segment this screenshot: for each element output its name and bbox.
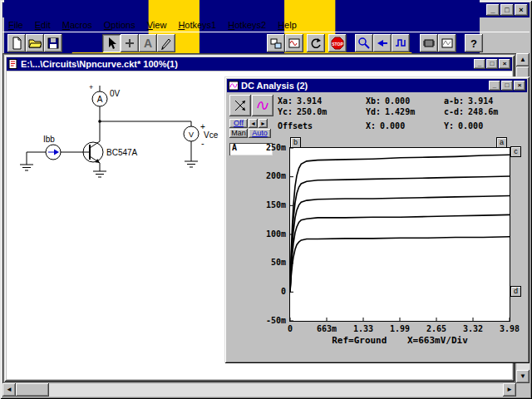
menu-item-hotkeys1[interactable]: Hotkeys1 [172, 19, 222, 31]
readout-yc: Yc:250.0m [278, 107, 327, 116]
close-button[interactable]: × [515, 4, 528, 16]
app-titlebar[interactable]: CircuitMaker _ □ × [2, 2, 530, 17]
plot-xdiv-label: X=663mV/Div [407, 335, 468, 346]
plot-reference-label: Ref=Ground [332, 335, 387, 346]
menu-item-view[interactable]: View [141, 19, 173, 31]
help-icon: ? [467, 37, 480, 50]
cursor-marker-c[interactable]: c [510, 146, 521, 157]
schematic-titlebar[interactable]: E:\...\Circuits\Npncurve.ckt* 100%(1) _ … [7, 57, 512, 71]
plot-curves-svg [290, 148, 510, 321]
offset-y-label: Y: [444, 121, 454, 131]
open-button[interactable] [26, 34, 44, 52]
run-analysis-button[interactable] [373, 34, 392, 52]
transistor-component[interactable]: BC547A [83, 141, 138, 163]
new-document-icon [10, 37, 23, 50]
scroll-left-button[interactable]: ◄ [2, 383, 16, 397]
cursor-arrows-icon [233, 98, 248, 113]
arrow-tool-button[interactable] [102, 34, 121, 52]
save-button[interactable] [44, 34, 62, 52]
readout-xa: Xa:3.914 [278, 96, 322, 106]
run-probe-icon [376, 37, 389, 50]
pen-tool-button[interactable] [157, 34, 175, 52]
vce-symbol: V [189, 131, 194, 139]
schematic-close-button[interactable]: × [499, 59, 510, 69]
cursor-left-button[interactable]: ◄ [249, 119, 258, 128]
cursor-marker-a[interactable]: a [496, 137, 507, 148]
readout-xb-value: 0.000 [385, 96, 410, 106]
man-button[interactable]: Man [229, 129, 248, 138]
scope-button[interactable] [438, 34, 456, 52]
cursor-right-button[interactable]: ► [259, 119, 268, 128]
trace-style-button[interactable] [252, 95, 273, 116]
scroll-up-button[interactable]: ▲ [516, 53, 530, 66]
maximize-button[interactable]: □ [500, 4, 514, 16]
offsets-label: Offsets [278, 121, 313, 131]
ground-symbol[interactable] [185, 161, 198, 167]
menu-item-hotkeys2[interactable]: Hotkeys2 [222, 19, 272, 31]
offset-x-value: 0.000 [380, 121, 405, 131]
transistor-label: BC547A [106, 148, 138, 157]
menu-item-edit[interactable]: Edit [29, 19, 57, 31]
probe-tool-button[interactable] [355, 34, 373, 52]
waveform-icon [229, 81, 239, 91]
x-tick-label: 2.65 [418, 324, 455, 333]
off-button[interactable]: Off [229, 119, 248, 128]
menu-item-options[interactable]: Options [98, 19, 141, 31]
menu-item-help[interactable]: Help [272, 19, 303, 31]
auto-button[interactable]: Auto [249, 129, 271, 138]
text-tool-button[interactable]: A [139, 34, 157, 52]
minimize-button[interactable]: _ [486, 4, 500, 16]
x-tick-label: 1.33 [345, 324, 382, 333]
dc-close-button[interactable]: × [514, 81, 525, 91]
document-icon [8, 59, 18, 69]
svg-text:STOP: STOP [332, 42, 343, 47]
schematic-maximize-button[interactable]: □ [486, 59, 498, 69]
vce-label: Vce [204, 131, 219, 140]
menu-item-macros[interactable]: Macros [57, 19, 98, 31]
ammeter-symbol: A [97, 95, 103, 104]
ground-symbol[interactable] [20, 165, 33, 170]
cursor-marker-d[interactable]: d [510, 286, 521, 297]
ammeter-component[interactable]: A + 0V [89, 83, 121, 106]
cursor-marker-b[interactable]: b [290, 137, 301, 148]
save-floppy-icon [47, 37, 60, 50]
waveforms-button[interactable] [392, 34, 410, 52]
rotate-button[interactable] [307, 34, 325, 52]
horizontal-scrollbar[interactable]: ◄ ► [2, 383, 516, 397]
scrollbar-corner [516, 383, 530, 397]
digital-parts-button[interactable] [267, 34, 285, 52]
dc-maximize-button[interactable]: □ [501, 81, 513, 91]
y-tick-label: 100m [249, 229, 286, 239]
menu-item-file[interactable]: File [2, 19, 29, 31]
readout-yc-value: 250.0m [297, 107, 327, 116]
dc-analysis-titlebar[interactable]: DC Analysis (2) _ □ × [227, 79, 527, 92]
analog-parts-button[interactable] [285, 34, 303, 52]
help-button[interactable]: ? [465, 34, 483, 52]
new-button[interactable] [7, 34, 26, 52]
y-tick-label: 200m [249, 171, 286, 180]
chip-button[interactable] [420, 34, 438, 52]
digital-parts-icon [269, 37, 283, 50]
readout-cd-label: c-d: [444, 107, 464, 116]
x-tick-label: 1.99 [382, 324, 418, 333]
ground-symbol[interactable] [93, 171, 106, 177]
offset-x: X:0.000 [366, 121, 405, 131]
plus-icon [123, 37, 136, 50]
readout-ab-value: 3.914 [468, 96, 493, 106]
square-wave-icon [394, 37, 407, 50]
current-source-component[interactable]: Ibb [43, 135, 61, 160]
stop-simulation-button[interactable]: STOP [328, 34, 347, 52]
readout-xb-label: Xb: [366, 96, 381, 106]
readout-yd-label: Yd: [366, 107, 381, 116]
scroll-down-button[interactable]: ▼ [516, 370, 530, 383]
readout-ab: a-b:3.914 [444, 96, 493, 106]
voltage-source-component[interactable]: V + - Vce [184, 122, 219, 148]
scroll-right-button[interactable]: ► [503, 383, 516, 397]
horizontal-scroll-thumb[interactable] [16, 383, 49, 397]
plus-tool-button[interactable] [121, 34, 139, 52]
dc-minimize-button[interactable]: _ [489, 81, 500, 91]
cursor-tool-button[interactable] [229, 95, 251, 116]
open-folder-icon [28, 37, 42, 50]
schematic-title: E:\...\Circuits\Npncurve.ckt* 100%(1) [21, 59, 471, 69]
schematic-minimize-button[interactable]: _ [474, 59, 485, 69]
